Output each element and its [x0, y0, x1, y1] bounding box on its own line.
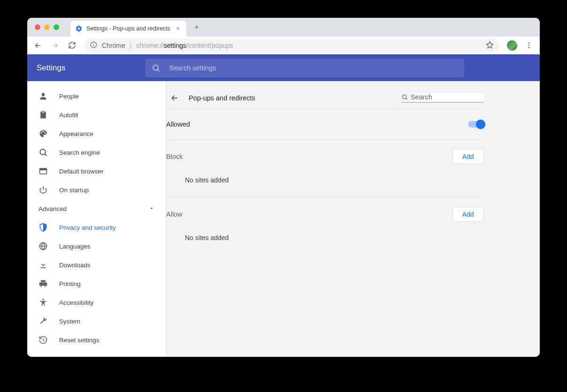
url-text: chrome://settings/content/popups [136, 42, 233, 49]
svg-point-4 [529, 45, 530, 46]
accessibility-icon [38, 298, 48, 307]
sidebar-item-languages[interactable]: Languages [27, 237, 166, 256]
search-icon [152, 63, 161, 73]
sidebar-label: Privacy and security [59, 224, 116, 231]
globe-icon [38, 241, 48, 251]
sidebar-label: On startup [59, 187, 89, 194]
fullscreen-window-button[interactable] [54, 24, 59, 30]
url-separator: | [130, 42, 132, 49]
panel-title: Pop-ups and redirects [189, 94, 401, 102]
clipboard-icon [38, 110, 48, 120]
sidebar-item-downloads[interactable]: Downloads [27, 256, 166, 274]
add-allow-button[interactable]: Add [452, 207, 484, 222]
browser-window: Settings - Pop-ups and redirects Chrome … [27, 18, 540, 357]
download-icon [38, 260, 48, 270]
sidebar-advanced-label: Advanced [38, 205, 67, 212]
sidebar-item-autofill[interactable]: Autofill [27, 106, 166, 124]
sidebar-label: System [59, 318, 80, 325]
block-section-header: Block Add [166, 140, 484, 168]
sidebar-item-accessibility[interactable]: Accessibility [27, 293, 166, 312]
person-icon [38, 91, 48, 101]
sidebar-item-on-startup[interactable]: On startup [27, 181, 166, 199]
site-info-icon[interactable] [90, 41, 97, 50]
sidebar-label: Downloads [59, 262, 91, 269]
settings-header: Settings [27, 54, 540, 81]
sidebar-item-search-engine[interactable]: Search engine [27, 143, 166, 162]
close-tab-button[interactable] [174, 25, 182, 32]
sidebar-item-printing[interactable]: Printing [27, 274, 166, 293]
settings-body: People Autofill Appearance Search engine… [27, 81, 540, 357]
svg-point-6 [153, 65, 159, 70]
panel-search[interactable] [401, 93, 484, 103]
sidebar-label: Autofill [59, 112, 78, 119]
block-heading: Block [166, 153, 183, 160]
sidebar-label: Appearance [59, 130, 93, 137]
svg-rect-2 [93, 44, 94, 46]
block-empty-text: No sites added [166, 168, 484, 197]
wrench-icon [38, 317, 48, 326]
print-icon [38, 279, 48, 288]
sidebar-label: Accessibility [59, 299, 94, 306]
settings-panel: Pop-ups and redirects Allowed Block Add … [166, 81, 484, 357]
svg-point-1 [93, 43, 94, 44]
sidebar-label: Languages [59, 243, 91, 250]
window-controls [35, 24, 59, 30]
search-settings-input[interactable] [169, 64, 458, 72]
svg-point-12 [42, 299, 44, 300]
allow-heading: Allow [166, 211, 183, 218]
allow-section-header: Allow Add [166, 197, 484, 226]
sidebar-advanced-toggle[interactable]: Advanced [27, 199, 166, 218]
add-block-button[interactable]: Add [452, 149, 484, 164]
svg-point-7 [42, 93, 45, 96]
shield-icon [38, 223, 48, 232]
sidebar-item-people[interactable]: People [27, 87, 166, 106]
content-spacer [484, 81, 540, 357]
back-button[interactable] [31, 38, 45, 53]
allowed-toggle[interactable] [468, 121, 484, 128]
address-bar[interactable]: Chrome | chrome://settings/content/popup… [84, 38, 499, 53]
sidebar-label: Default browser [59, 168, 104, 175]
forward-button[interactable] [48, 38, 62, 53]
sidebar-item-reset[interactable]: Reset settings [27, 331, 166, 349]
sidebar: People Autofill Appearance Search engine… [27, 81, 166, 357]
menu-button[interactable] [522, 38, 536, 53]
url-chip: Chrome [102, 42, 125, 49]
new-tab-button[interactable] [190, 21, 203, 34]
power-icon [38, 185, 48, 195]
allow-empty-text: No sites added [166, 226, 484, 255]
svg-point-8 [40, 149, 46, 155]
minimize-window-button[interactable] [44, 24, 50, 30]
svg-point-13 [402, 95, 406, 98]
sidebar-item-appearance[interactable]: Appearance [27, 124, 166, 143]
svg-point-3 [529, 43, 530, 44]
sidebar-label: Search engine [59, 149, 100, 156]
panel-search-input[interactable] [411, 93, 484, 101]
browser-toolbar: Chrome | chrome://settings/content/popup… [27, 37, 540, 54]
allowed-label: Allowed [166, 121, 190, 128]
profile-avatar[interactable] [507, 40, 517, 51]
tab-strip: Settings - Pop-ups and redirects [27, 18, 540, 37]
browser-tab[interactable]: Settings - Pop-ups and redirects [70, 21, 186, 37]
settings-title: Settings [37, 63, 65, 73]
palette-icon [38, 129, 48, 138]
content-area: Pop-ups and redirects Allowed Block Add … [166, 81, 540, 357]
sidebar-item-privacy[interactable]: Privacy and security [27, 218, 166, 237]
sidebar-label: Reset settings [59, 337, 100, 344]
search-icon [38, 148, 48, 157]
panel-back-button[interactable] [166, 90, 183, 106]
history-icon [38, 335, 48, 345]
sidebar-item-default-browser[interactable]: Default browser [27, 162, 166, 181]
sidebar-item-system[interactable]: System [27, 312, 166, 331]
chevron-up-icon [149, 205, 154, 212]
bookmark-button[interactable] [486, 41, 494, 50]
svg-rect-10 [40, 168, 47, 170]
reload-button[interactable] [65, 38, 79, 53]
close-window-button[interactable] [35, 24, 40, 30]
tab-title: Settings - Pop-ups and redirects [86, 25, 170, 32]
browser-icon [38, 166, 48, 176]
svg-point-5 [529, 47, 530, 48]
gear-icon [75, 25, 83, 32]
search-settings-field[interactable] [145, 59, 464, 77]
search-icon [401, 93, 408, 101]
sidebar-label: People [59, 93, 79, 100]
